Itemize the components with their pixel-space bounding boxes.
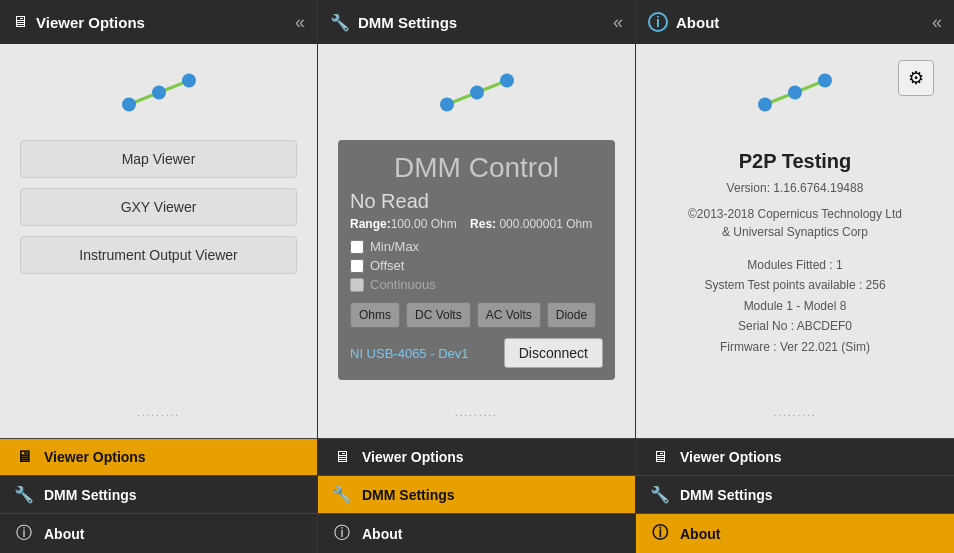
offset-checkbox[interactable] <box>350 259 364 273</box>
viewer-options-body: Map Viewer GXY Viewer Instrument Output … <box>0 44 317 438</box>
offset-label: Offset <box>370 258 404 273</box>
dmm-settings-header: 🔧 DMM Settings « <box>318 0 635 44</box>
svg-point-10 <box>788 86 802 100</box>
about-module-model: Module 1 - Model 8 <box>704 296 885 316</box>
about-test-points: System Test points available : 256 <box>704 275 885 295</box>
nav-wrench-icon-3: 🔧 <box>650 485 670 504</box>
dmm-settings-logo <box>437 60 517 120</box>
svg-point-1 <box>122 98 136 112</box>
nav-item-viewer-options[interactable]: 🖥 Viewer Options <box>0 438 317 475</box>
dmm-settings-body: DMM Control No Read Range:100.00 Ohm Res… <box>318 44 635 438</box>
about-scroll-indicator: ......... <box>656 403 934 422</box>
nav-dmm-label-3: DMM Settings <box>680 487 773 503</box>
ohms-button[interactable]: Ohms <box>350 302 400 328</box>
about-firmware: Firmware : Ver 22.021 (Sim) <box>704 337 885 357</box>
nav-info-icon-1: ⓘ <box>14 523 34 544</box>
nav-monitor-icon: 🖥 <box>14 448 34 466</box>
viewer-options-header-left: 🖥 Viewer Options <box>12 13 145 31</box>
monitor-icon: 🖥 <box>12 13 28 31</box>
dmm-control-title: DMM Control <box>350 152 603 184</box>
viewer-options-title: Viewer Options <box>36 14 145 31</box>
nav-info-icon-3: ⓘ <box>650 523 670 544</box>
scroll-indicator: ......... <box>20 403 297 422</box>
minmax-label: Min/Max <box>370 239 419 254</box>
nav-about-label-3: About <box>680 526 720 542</box>
nav-item-about-1[interactable]: ⓘ About <box>0 513 317 553</box>
dmm-scroll-indicator: ......... <box>338 403 615 422</box>
nav-monitor-icon-2: 🖥 <box>332 448 352 466</box>
about-modules-fitted: Modules Fitted : 1 <box>704 255 885 275</box>
about-panel: i About « ⚙ P2P Testing Version: 1.16.67… <box>636 0 954 553</box>
about-content: P2P Testing Version: 1.16.6764.19488 ©20… <box>656 140 934 357</box>
about-header: i About « <box>636 0 954 44</box>
nav-item-viewer-options-3[interactable]: 🖥 Viewer Options <box>636 438 954 475</box>
nav-item-about-3[interactable]: ⓘ About <box>636 513 954 553</box>
dmm-range-res: Range:100.00 Ohm Res: 000.000001 Ohm <box>350 217 603 231</box>
about-footer: 🖥 Viewer Options 🔧 DMM Settings ⓘ About <box>636 438 954 553</box>
nav-viewer-options-label-2: Viewer Options <box>362 449 464 465</box>
range-label: Range: <box>350 217 391 231</box>
svg-point-11 <box>818 74 832 88</box>
disconnect-button[interactable]: Disconnect <box>504 338 603 368</box>
svg-point-6 <box>470 86 484 100</box>
about-title: About <box>676 14 719 31</box>
dmm-connect-row: NI USB-4065 - Dev1 Disconnect <box>350 338 603 368</box>
minmax-checkbox[interactable] <box>350 240 364 254</box>
nav-item-viewer-options-2[interactable]: 🖥 Viewer Options <box>318 438 635 475</box>
nav-wrench-icon-1: 🔧 <box>14 485 34 504</box>
nav-viewer-options-label-3: Viewer Options <box>680 449 782 465</box>
diode-button[interactable]: Diode <box>547 302 596 328</box>
dmm-control-box: DMM Control No Read Range:100.00 Ohm Res… <box>338 140 615 380</box>
dc-volts-button[interactable]: DC Volts <box>406 302 471 328</box>
gxy-viewer-button[interactable]: GXY Viewer <box>20 188 297 226</box>
viewer-options-collapse[interactable]: « <box>295 12 305 33</box>
nav-viewer-options-label: Viewer Options <box>44 449 146 465</box>
wrench-icon: 🔧 <box>330 13 350 32</box>
about-logo: ⚙ <box>656 60 934 120</box>
about-header-left: i About <box>648 12 719 32</box>
nav-item-dmm-settings-3[interactable]: 🔧 DMM Settings <box>636 475 954 513</box>
nav-item-dmm-settings-1[interactable]: 🔧 DMM Settings <box>0 475 317 513</box>
nav-wrench-icon-2: 🔧 <box>332 485 352 504</box>
dmm-settings-panel: 🔧 DMM Settings « DMM Control No Read Ran… <box>318 0 636 553</box>
svg-point-9 <box>758 98 772 112</box>
nav-info-icon-2: ⓘ <box>332 523 352 544</box>
continuous-row: Continuous <box>350 277 603 292</box>
svg-point-7 <box>500 74 514 88</box>
continuous-checkbox[interactable] <box>350 278 364 292</box>
res-label: Res: <box>470 217 496 231</box>
dmm-mode-buttons: Ohms DC Volts AC Volts Diode <box>350 302 603 328</box>
dmm-settings-header-left: 🔧 DMM Settings <box>330 13 457 32</box>
dmm-settings-collapse[interactable]: « <box>613 12 623 33</box>
svg-point-3 <box>182 74 196 88</box>
dmm-settings-title: DMM Settings <box>358 14 457 31</box>
about-app-title: P2P Testing <box>739 150 852 173</box>
svg-point-5 <box>440 98 454 112</box>
nav-about-label-2: About <box>362 526 402 542</box>
nav-dmm-label-2: DMM Settings <box>362 487 455 503</box>
nav-item-about-2[interactable]: ⓘ About <box>318 513 635 553</box>
ac-volts-button[interactable]: AC Volts <box>477 302 541 328</box>
nav-dmm-label-1: DMM Settings <box>44 487 137 503</box>
minmax-row: Min/Max <box>350 239 603 254</box>
about-copyright: ©2013-2018 Copernicus Technology Ltd& Un… <box>688 205 902 241</box>
about-serial: Serial No : ABCDEF0 <box>704 316 885 336</box>
about-collapse[interactable]: « <box>932 12 942 33</box>
svg-point-2 <box>152 86 166 100</box>
map-viewer-button[interactable]: Map Viewer <box>20 140 297 178</box>
info-icon: i <box>648 12 668 32</box>
about-info: Modules Fitted : 1 System Test points av… <box>704 255 885 357</box>
viewer-options-logo <box>119 60 199 120</box>
nav-item-dmm-settings-2[interactable]: 🔧 DMM Settings <box>318 475 635 513</box>
nav-about-label-1: About <box>44 526 84 542</box>
dmm-no-read: No Read <box>350 190 603 213</box>
nav-monitor-icon-3: 🖥 <box>650 448 670 466</box>
dmm-settings-footer: 🖥 Viewer Options 🔧 DMM Settings ⓘ About <box>318 438 635 553</box>
about-body: ⚙ P2P Testing Version: 1.16.6764.19488 ©… <box>636 44 954 438</box>
dmm-device-label: NI USB-4065 - Dev1 <box>350 346 469 361</box>
viewer-options-footer: 🖥 Viewer Options 🔧 DMM Settings ⓘ About <box>0 438 317 553</box>
offset-row: Offset <box>350 258 603 273</box>
gear-button[interactable]: ⚙ <box>898 60 934 96</box>
instrument-output-viewer-button[interactable]: Instrument Output Viewer <box>20 236 297 274</box>
viewer-options-panel: 🖥 Viewer Options « Map Viewer GXY Viewer… <box>0 0 318 553</box>
